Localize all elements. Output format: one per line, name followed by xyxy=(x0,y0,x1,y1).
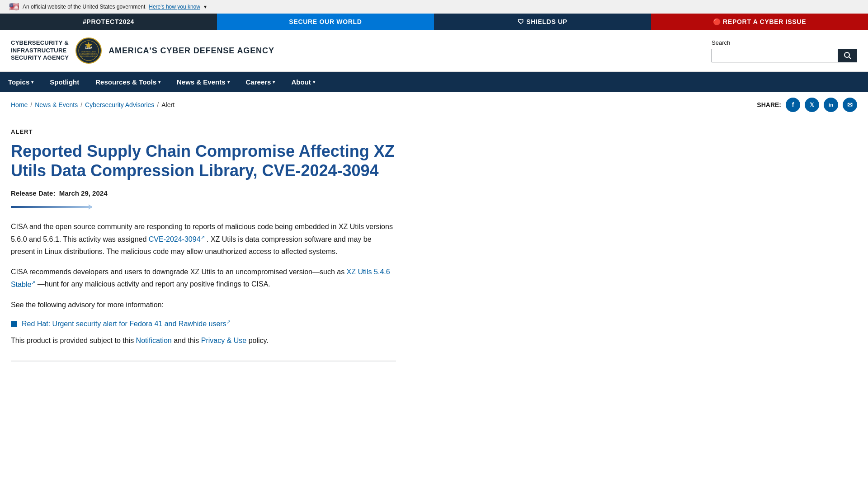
topics-chevron-icon: ▾ xyxy=(31,80,33,84)
share-twitter[interactable]: 𝕏 xyxy=(805,98,819,112)
breadcrumb-sep-3: / xyxy=(157,101,159,108)
external-link-icon-3: ↗ xyxy=(226,319,231,324)
share-label: SHARE: xyxy=(757,101,781,108)
search-label: Search xyxy=(712,39,730,46)
share-facebook[interactable]: f xyxy=(786,98,800,112)
breadcrumb-bar: Home / News & Events / Cybersecurity Adv… xyxy=(0,92,868,117)
share-linkedin[interactable]: in xyxy=(824,98,838,112)
breadcrumb-cyber-advisories[interactable]: Cybersecurity Advisories xyxy=(85,101,154,108)
search-input[interactable] xyxy=(712,49,838,62)
divider-line xyxy=(11,206,92,208)
careers-chevron-icon: ▾ xyxy=(273,80,275,84)
external-link-icon-2: ↗ xyxy=(31,279,35,285)
logo-text: CYBERSECURITY & INFRASTRUCTURE SECURITY … xyxy=(11,39,69,62)
redhat-link[interactable]: Red Hat: Urgent security alert for Fedor… xyxy=(22,319,231,328)
search-row xyxy=(712,49,857,62)
search-button[interactable] xyxy=(838,49,857,62)
svg-line-8 xyxy=(849,56,851,59)
nav-spotlight[interactable]: Spotlight xyxy=(42,72,87,92)
protect-button[interactable]: #PROTECT2024 xyxy=(0,14,217,30)
cve-link[interactable]: CVE-2024-3094↗ xyxy=(149,235,207,243)
about-chevron-icon: ▾ xyxy=(313,80,315,84)
shields-up-button[interactable]: 🛡 SHIELDS UP xyxy=(434,14,651,30)
cisa-seal: CISA CYBERSECURITY INFRASTRUCTURE SECURI… xyxy=(75,37,102,64)
svg-text:SECURITY AGENCY: SECURITY AGENCY xyxy=(80,55,97,57)
footer-divider xyxy=(11,361,396,361)
site-header: CYBERSECURITY & INFRASTRUCTURE SECURITY … xyxy=(0,30,868,72)
body-paragraph-1: CISA and the open source community are r… xyxy=(11,221,396,258)
nav-topics[interactable]: Topics ▾ xyxy=(0,72,42,92)
secure-world-button[interactable]: SECURE OUR WORLD xyxy=(217,14,434,30)
breadcrumb-current: Alert xyxy=(161,101,175,108)
report-cyber-issue-button[interactable]: 🔴 REPORT A CYBER ISSUE xyxy=(651,14,868,30)
release-date-value: March 29, 2024 xyxy=(59,189,108,197)
gov-banner: 🇺🇸 An official website of the United Sta… xyxy=(0,0,868,14)
breadcrumb-sep-1: / xyxy=(30,101,32,108)
action-bar: #PROTECT2024 SECURE OUR WORLD 🛡 SHIELDS … xyxy=(0,14,868,30)
shields-icon: 🛡 xyxy=(518,18,524,25)
main-content: ALERT Reported Supply Chain Compromise A… xyxy=(0,117,868,380)
release-date: Release Date: March 29, 2024 xyxy=(11,189,396,197)
alert-tag: ALERT xyxy=(11,128,396,135)
body-paragraph-2: CISA recommends developers and users to … xyxy=(11,266,396,291)
news-chevron-icon: ▾ xyxy=(227,80,230,84)
resources-chevron-icon: ▾ xyxy=(158,80,160,84)
nav-about[interactable]: About ▾ xyxy=(283,72,323,92)
external-link-icon: ↗ xyxy=(201,235,205,240)
gov-banner-text: An official website of the United States… xyxy=(23,4,145,10)
search-area: Search xyxy=(712,39,857,62)
dropdown-chevron: ▾ xyxy=(204,4,207,10)
notification-link[interactable]: Notification xyxy=(136,337,172,344)
breadcrumb-news-events[interactable]: News & Events xyxy=(35,101,78,108)
list-item-redhat: Red Hat: Urgent security alert for Fedor… xyxy=(11,319,396,328)
share-email[interactable]: ✉ xyxy=(843,98,857,112)
body-paragraph-4: This product is provided subject to this… xyxy=(11,334,396,347)
breadcrumb-home[interactable]: Home xyxy=(11,101,28,108)
logo-area: CYBERSECURITY & INFRASTRUCTURE SECURITY … xyxy=(11,37,274,64)
breadcrumb: Home / News & Events / Cybersecurity Adv… xyxy=(11,101,175,108)
article-body: CISA and the open source community are r… xyxy=(11,221,396,347)
nav-careers[interactable]: Careers ▾ xyxy=(238,72,283,92)
article-title: Reported Supply Chain Compromise Affecti… xyxy=(11,141,396,180)
report-icon: 🔴 xyxy=(713,18,721,25)
agency-tagline: AMERICA'S CYBER DEFENSE AGENCY xyxy=(108,46,274,56)
list-bullet-icon xyxy=(11,321,17,327)
search-icon xyxy=(844,52,852,60)
nav-resources-tools[interactable]: Resources & Tools ▾ xyxy=(87,72,169,92)
privacy-use-link[interactable]: Privacy & Use xyxy=(201,337,246,344)
how-you-know-link[interactable]: Here's how you know xyxy=(149,4,200,10)
body-paragraph-3: See the following advisory for more info… xyxy=(11,299,396,311)
share-area: SHARE: f 𝕏 in ✉ xyxy=(757,98,857,112)
breadcrumb-sep-2: / xyxy=(80,101,82,108)
flag-icon: 🇺🇸 xyxy=(9,2,19,12)
main-nav: Topics ▾ Spotlight Resources & Tools ▾ N… xyxy=(0,72,868,92)
release-date-label: Release Date: xyxy=(11,189,55,197)
nav-news-events[interactable]: News & Events ▾ xyxy=(169,72,238,92)
